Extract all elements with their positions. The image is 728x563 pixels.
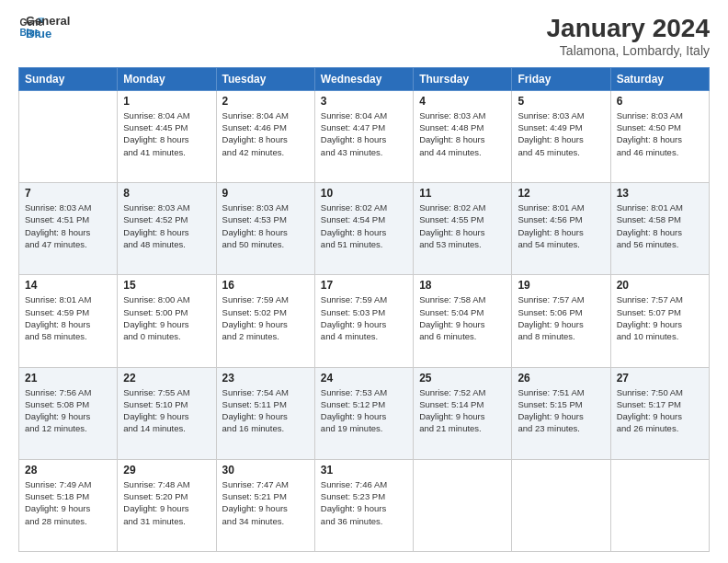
calendar-cell: 13Sunrise: 8:01 AM Sunset: 4:58 PM Dayli… <box>610 183 709 275</box>
day-info: Sunrise: 7:51 AM Sunset: 5:15 PM Dayligh… <box>518 386 604 435</box>
day-info: Sunrise: 8:03 AM Sunset: 4:48 PM Dayligh… <box>419 109 506 158</box>
calendar-cell: 10Sunrise: 8:02 AM Sunset: 4:54 PM Dayli… <box>314 183 413 275</box>
day-number: 28 <box>25 464 111 477</box>
calendar-cell: 17Sunrise: 7:59 AM Sunset: 5:03 PM Dayli… <box>314 275 413 367</box>
day-info: Sunrise: 7:47 AM Sunset: 5:21 PM Dayligh… <box>222 478 309 527</box>
calendar-row: 14Sunrise: 8:01 AM Sunset: 4:59 PM Dayli… <box>19 275 710 367</box>
day-number: 7 <box>25 187 111 200</box>
day-info: Sunrise: 7:50 AM Sunset: 5:17 PM Dayligh… <box>617 386 703 435</box>
day-info: Sunrise: 8:03 AM Sunset: 4:53 PM Dayligh… <box>222 201 309 250</box>
day-info: Sunrise: 8:03 AM Sunset: 4:50 PM Dayligh… <box>617 109 703 158</box>
day-info: Sunrise: 8:04 AM Sunset: 4:46 PM Dayligh… <box>222 109 309 158</box>
calendar-cell: 20Sunrise: 7:57 AM Sunset: 5:07 PM Dayli… <box>610 275 709 367</box>
calendar-cell: 28Sunrise: 7:49 AM Sunset: 5:18 PM Dayli… <box>19 459 118 551</box>
day-number: 1 <box>123 95 210 108</box>
calendar-cell: 25Sunrise: 7:52 AM Sunset: 5:14 PM Dayli… <box>414 367 512 459</box>
calendar-cell: 3Sunrise: 8:04 AM Sunset: 4:47 PM Daylig… <box>314 90 413 182</box>
calendar-cell: 5Sunrise: 8:03 AM Sunset: 4:49 PM Daylig… <box>512 90 610 182</box>
calendar-cell: 4Sunrise: 8:03 AM Sunset: 4:48 PM Daylig… <box>414 90 512 182</box>
calendar-cell: 18Sunrise: 7:58 AM Sunset: 5:04 PM Dayli… <box>414 275 512 367</box>
logo-line1: General <box>26 15 70 28</box>
day-number: 30 <box>222 464 309 477</box>
calendar-cell <box>19 90 118 182</box>
calendar-cell: 29Sunrise: 7:48 AM Sunset: 5:20 PM Dayli… <box>118 459 216 551</box>
location-subtitle: Talamona, Lombardy, Italy <box>547 43 710 58</box>
day-number: 21 <box>25 372 111 385</box>
day-number: 15 <box>123 279 210 292</box>
day-number: 26 <box>518 372 604 385</box>
day-info: Sunrise: 7:49 AM Sunset: 5:18 PM Dayligh… <box>25 478 111 527</box>
calendar-row: 7Sunrise: 8:03 AM Sunset: 4:51 PM Daylig… <box>19 183 710 275</box>
day-number: 13 <box>617 187 703 200</box>
day-info: Sunrise: 8:02 AM Sunset: 4:54 PM Dayligh… <box>321 201 407 250</box>
day-number: 19 <box>518 279 604 292</box>
calendar-cell: 6Sunrise: 8:03 AM Sunset: 4:50 PM Daylig… <box>610 90 709 182</box>
calendar-cell: 1Sunrise: 8:04 AM Sunset: 4:45 PM Daylig… <box>118 90 216 182</box>
day-number: 24 <box>321 372 407 385</box>
calendar-cell: 27Sunrise: 7:50 AM Sunset: 5:17 PM Dayli… <box>610 367 709 459</box>
day-number: 25 <box>419 372 506 385</box>
header: General Blue General Blue January 2024 T… <box>18 15 710 58</box>
calendar-cell: 22Sunrise: 7:55 AM Sunset: 5:10 PM Dayli… <box>118 367 216 459</box>
calendar-row: 1Sunrise: 8:04 AM Sunset: 4:45 PM Daylig… <box>19 90 710 182</box>
col-header-monday: Monday <box>118 67 216 90</box>
day-info: Sunrise: 8:01 AM Sunset: 4:56 PM Dayligh… <box>518 201 604 250</box>
calendar-row: 21Sunrise: 7:56 AM Sunset: 5:08 PM Dayli… <box>19 367 710 459</box>
calendar-cell: 26Sunrise: 7:51 AM Sunset: 5:15 PM Dayli… <box>512 367 610 459</box>
col-header-thursday: Thursday <box>414 67 512 90</box>
day-info: Sunrise: 7:54 AM Sunset: 5:11 PM Dayligh… <box>222 386 309 435</box>
calendar-cell: 12Sunrise: 8:01 AM Sunset: 4:56 PM Dayli… <box>512 183 610 275</box>
day-number: 2 <box>222 95 309 108</box>
day-number: 4 <box>419 95 506 108</box>
day-info: Sunrise: 7:57 AM Sunset: 5:07 PM Dayligh… <box>617 293 703 342</box>
calendar-cell <box>610 459 709 551</box>
col-header-friday: Friday <box>512 67 610 90</box>
day-info: Sunrise: 8:01 AM Sunset: 4:59 PM Dayligh… <box>25 293 111 342</box>
day-number: 23 <box>222 372 309 385</box>
day-info: Sunrise: 7:56 AM Sunset: 5:08 PM Dayligh… <box>25 386 111 435</box>
logo: General Blue General Blue <box>18 15 70 41</box>
calendar-cell: 8Sunrise: 8:03 AM Sunset: 4:52 PM Daylig… <box>118 183 216 275</box>
day-info: Sunrise: 7:46 AM Sunset: 5:23 PM Dayligh… <box>321 478 407 527</box>
calendar-cell: 7Sunrise: 8:03 AM Sunset: 4:51 PM Daylig… <box>19 183 118 275</box>
calendar-cell: 9Sunrise: 8:03 AM Sunset: 4:53 PM Daylig… <box>216 183 314 275</box>
day-number: 3 <box>321 95 407 108</box>
day-info: Sunrise: 8:03 AM Sunset: 4:51 PM Dayligh… <box>25 201 111 250</box>
col-header-saturday: Saturday <box>610 67 709 90</box>
title-block: January 2024 Talamona, Lombardy, Italy <box>547 15 710 58</box>
calendar-table: SundayMondayTuesdayWednesdayThursdayFrid… <box>18 67 710 552</box>
day-info: Sunrise: 7:59 AM Sunset: 5:03 PM Dayligh… <box>321 293 407 342</box>
calendar-cell: 15Sunrise: 8:00 AM Sunset: 5:00 PM Dayli… <box>118 275 216 367</box>
day-info: Sunrise: 7:48 AM Sunset: 5:20 PM Dayligh… <box>123 478 210 527</box>
day-number: 6 <box>617 95 703 108</box>
day-number: 29 <box>123 464 210 477</box>
day-number: 22 <box>123 372 210 385</box>
calendar-cell: 24Sunrise: 7:53 AM Sunset: 5:12 PM Dayli… <box>314 367 413 459</box>
day-info: Sunrise: 7:52 AM Sunset: 5:14 PM Dayligh… <box>419 386 506 435</box>
logo-line2: Blue <box>26 28 70 40</box>
calendar-cell: 23Sunrise: 7:54 AM Sunset: 5:11 PM Dayli… <box>216 367 314 459</box>
calendar-cell: 2Sunrise: 8:04 AM Sunset: 4:46 PM Daylig… <box>216 90 314 182</box>
calendar-cell: 30Sunrise: 7:47 AM Sunset: 5:21 PM Dayli… <box>216 459 314 551</box>
calendar-cell <box>414 459 512 551</box>
day-number: 9 <box>222 187 309 200</box>
day-number: 31 <box>321 464 407 477</box>
day-info: Sunrise: 7:53 AM Sunset: 5:12 PM Dayligh… <box>321 386 407 435</box>
day-number: 18 <box>419 279 506 292</box>
calendar-cell: 21Sunrise: 7:56 AM Sunset: 5:08 PM Dayli… <box>19 367 118 459</box>
day-number: 27 <box>617 372 703 385</box>
col-header-sunday: Sunday <box>19 67 118 90</box>
day-number: 17 <box>321 279 407 292</box>
day-info: Sunrise: 7:59 AM Sunset: 5:02 PM Dayligh… <box>222 293 309 342</box>
day-number: 5 <box>518 95 604 108</box>
calendar-cell <box>512 459 610 551</box>
day-number: 12 <box>518 187 604 200</box>
calendar-page: General Blue General Blue January 2024 T… <box>0 0 728 563</box>
day-number: 8 <box>123 187 210 200</box>
calendar-cell: 19Sunrise: 7:57 AM Sunset: 5:06 PM Dayli… <box>512 275 610 367</box>
month-title: January 2024 <box>547 15 710 43</box>
day-info: Sunrise: 8:04 AM Sunset: 4:47 PM Dayligh… <box>321 109 407 158</box>
day-number: 20 <box>617 279 703 292</box>
day-info: Sunrise: 7:57 AM Sunset: 5:06 PM Dayligh… <box>518 293 604 342</box>
calendar-cell: 31Sunrise: 7:46 AM Sunset: 5:23 PM Dayli… <box>314 459 413 551</box>
